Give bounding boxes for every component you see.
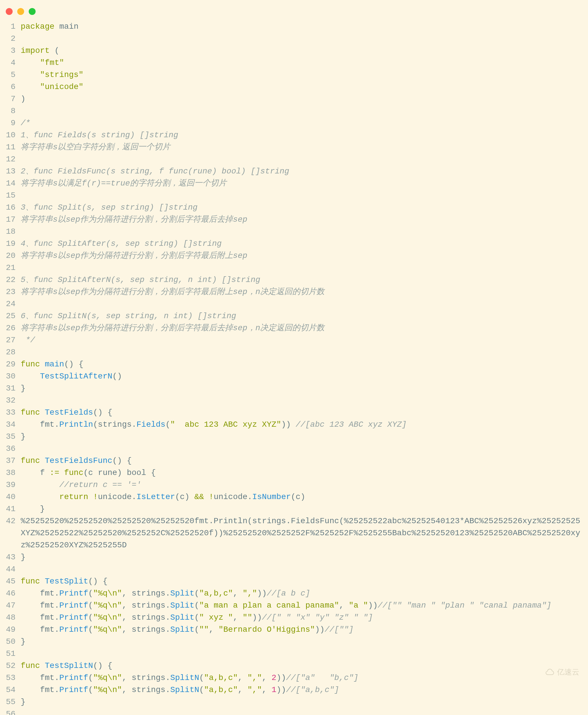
code-content[interactable]: func TestFields() {	[21, 406, 588, 419]
code-line[interactable]: 33func TestFields() {	[3, 406, 588, 419]
code-line[interactable]: 54 fmt.Printf("%q\n", strings.SplitN("a,…	[3, 684, 588, 696]
code-line[interactable]: 39 //return c == '='	[3, 479, 588, 491]
code-content[interactable]: func main() {	[21, 358, 588, 371]
code-line[interactable]: 47 fmt.Printf("%q\n", strings.Split("a m…	[3, 600, 588, 612]
code-line[interactable]: 37func TestFieldsFunc() {	[3, 455, 588, 467]
close-icon[interactable]	[6, 8, 13, 15]
code-content[interactable]: fmt.Printf("%q\n", strings.SplitN("a,b,c…	[21, 672, 588, 684]
code-line[interactable]: 45func TestSplit() {	[3, 575, 588, 588]
code-content[interactable]: 将字符串s以sep作为分隔符进行分割，分割后字符最后去掉sep	[21, 214, 588, 226]
code-line[interactable]: 1package main	[3, 21, 588, 33]
code-line[interactable]: 46 fmt.Printf("%q\n", strings.Split("a,b…	[3, 588, 588, 600]
code-line[interactable]: 38 f := func(c rune) bool {	[3, 467, 588, 479]
code-line[interactable]: 7)	[3, 93, 588, 105]
code-line[interactable]: 15	[3, 190, 588, 202]
zoom-icon[interactable]	[29, 8, 36, 15]
code-line[interactable]: 24	[3, 298, 588, 310]
code-content[interactable]: fmt.Println(strings.Fields(" abc 123 ABC…	[21, 419, 588, 431]
code-line[interactable]: 2	[3, 33, 588, 45]
code-line[interactable]: 21	[3, 262, 588, 274]
code-line[interactable]: 42%25252520%25252520%25252520%25252520fm…	[3, 515, 588, 551]
minimize-icon[interactable]	[17, 8, 24, 15]
code-line[interactable]: 6 "unicode"	[3, 81, 588, 93]
code-line[interactable]: 41 }	[3, 503, 588, 515]
code-line[interactable]: 53 fmt.Printf("%q\n", strings.SplitN("a,…	[3, 672, 588, 684]
code-line[interactable]: 163、func Split(s, sep string) []string	[3, 202, 588, 214]
code-line[interactable]: 50}	[3, 636, 588, 648]
code-line[interactable]: 225、func SplitAfterN(s, sep string, n in…	[3, 274, 588, 286]
code-line[interactable]: 51	[3, 648, 588, 660]
code-content[interactable]: /*	[21, 117, 588, 129]
code-content[interactable]: TestSplitAfterN()	[21, 371, 588, 382]
code-line[interactable]: 11将字符串s以空白字符分割，返回一个切片	[3, 141, 588, 153]
code-line[interactable]: 32	[3, 395, 588, 406]
code-line[interactable]: 101、func Fields(s string) []string	[3, 129, 588, 141]
code-line[interactable]: 4 "fmt"	[3, 57, 588, 69]
code-content[interactable]: }	[21, 382, 588, 395]
code-line[interactable]: 18	[3, 226, 588, 238]
code-line[interactable]: 30 TestSplitAfterN()	[3, 371, 588, 382]
code-content[interactable]: func TestSplit() {	[21, 575, 588, 588]
code-line[interactable]: 31}	[3, 382, 588, 395]
code-content[interactable]: fmt.Printf("%q\n", strings.Split("", "Be…	[21, 624, 588, 636]
code-line[interactable]: 35}	[3, 431, 588, 443]
code-content[interactable]: return !unicode.IsLetter(c) && !unicode.…	[21, 491, 588, 503]
code-content[interactable]: 1、func Fields(s string) []string	[21, 129, 588, 141]
code-content[interactable]: )	[21, 93, 588, 105]
code-line[interactable]: 14将字符串s以满足f(r)==true的字符分割，返回一个切片	[3, 177, 588, 190]
code-content[interactable]: import (	[21, 45, 588, 57]
code-content[interactable]: */	[21, 334, 588, 346]
code-content[interactable]: 3、func Split(s, sep string) []string	[21, 202, 588, 214]
code-line[interactable]: 26将字符串s以sep作为分隔符进行分割，分割后字符最后去掉sep，n决定返回的…	[3, 322, 588, 334]
code-content[interactable]: 4、func SplitAfter(s, sep string) []strin…	[21, 238, 588, 250]
code-content[interactable]: fmt.Printf("%q\n", strings.Split(" xyz "…	[21, 612, 588, 624]
code-editor[interactable]: 1package main23import (4 "fmt"5 "strings…	[0, 21, 588, 715]
code-line[interactable]: 5 "strings"	[3, 69, 588, 81]
code-content[interactable]: 将字符串s以sep作为分隔符进行分割，分割后字符最后附上sep，n决定返回的切片…	[21, 286, 588, 298]
code-line[interactable]: 3import (	[3, 45, 588, 57]
code-content[interactable]: func TestFieldsFunc() {	[21, 455, 588, 467]
code-content[interactable]: fmt.Printf("%q\n", strings.Split("a man …	[21, 600, 588, 612]
code-content[interactable]: package main	[21, 21, 588, 33]
code-content[interactable]: }	[21, 431, 588, 443]
code-content[interactable]: }	[21, 696, 588, 708]
code-content[interactable]: "fmt"	[21, 57, 588, 69]
code-line[interactable]: 9/*	[3, 117, 588, 129]
code-content[interactable]: 5、func SplitAfterN(s, sep string, n int)…	[21, 274, 588, 286]
code-line[interactable]: 17将字符串s以sep作为分隔符进行分割，分割后字符最后去掉sep	[3, 214, 588, 226]
code-content[interactable]: 将字符串s以sep作为分隔符进行分割，分割后字符最后去掉sep，n决定返回的切片…	[21, 322, 588, 334]
code-line[interactable]: 55}	[3, 696, 588, 708]
code-line[interactable]: 27 */	[3, 334, 588, 346]
code-content[interactable]: "strings"	[21, 69, 588, 81]
code-content[interactable]: 6、func SplitN(s, sep string, n int) []st…	[21, 310, 588, 322]
code-content[interactable]: }	[21, 636, 588, 648]
code-content[interactable]: 2、func FieldsFunc(s string, f func(rune)…	[21, 165, 588, 177]
code-content[interactable]: 将字符串s以满足f(r)==true的字符分割，返回一个切片	[21, 177, 588, 190]
code-line[interactable]: 28	[3, 346, 588, 358]
code-content[interactable]: func TestSplitN() {	[21, 660, 588, 672]
code-line[interactable]: 43}	[3, 551, 588, 563]
code-content[interactable]: //return c == '='	[21, 479, 588, 491]
code-line[interactable]: 48 fmt.Printf("%q\n", strings.Split(" xy…	[3, 612, 588, 624]
code-content[interactable]: fmt.Printf("%q\n", strings.SplitN("a,b,c…	[21, 684, 588, 696]
code-content[interactable]: }	[21, 551, 588, 563]
code-content[interactable]: fmt.Printf("%q\n", strings.Split("a,b,c"…	[21, 588, 588, 600]
code-line[interactable]: 194、func SplitAfter(s, sep string) []str…	[3, 238, 588, 250]
code-line[interactable]: 12	[3, 153, 588, 165]
code-line[interactable]: 256、func SplitN(s, sep string, n int) []…	[3, 310, 588, 322]
code-line[interactable]: 23将字符串s以sep作为分隔符进行分割，分割后字符最后附上sep，n决定返回的…	[3, 286, 588, 298]
code-content[interactable]: %25252520%25252520%25252520%25252520fmt.…	[21, 515, 588, 551]
code-content[interactable]: "unicode"	[21, 81, 588, 93]
code-line[interactable]: 8	[3, 105, 588, 117]
code-line[interactable]: 56	[3, 708, 588, 715]
code-line[interactable]: 29func main() {	[3, 358, 588, 371]
code-content[interactable]: f := func(c rune) bool {	[21, 467, 588, 479]
code-line[interactable]: 49 fmt.Printf("%q\n", strings.Split("", …	[3, 624, 588, 636]
code-line[interactable]: 34 fmt.Println(strings.Fields(" abc 123 …	[3, 419, 588, 431]
code-line[interactable]: 20将字符串s以sep作为分隔符进行分割，分割后字符最后附上sep	[3, 250, 588, 262]
code-line[interactable]: 132、func FieldsFunc(s string, f func(run…	[3, 165, 588, 177]
code-line[interactable]: 40 return !unicode.IsLetter(c) && !unico…	[3, 491, 588, 503]
code-content[interactable]: }	[21, 503, 588, 515]
code-content[interactable]: 将字符串s以sep作为分隔符进行分割，分割后字符最后附上sep	[21, 250, 588, 262]
code-content[interactable]: 将字符串s以空白字符分割，返回一个切片	[21, 141, 588, 153]
